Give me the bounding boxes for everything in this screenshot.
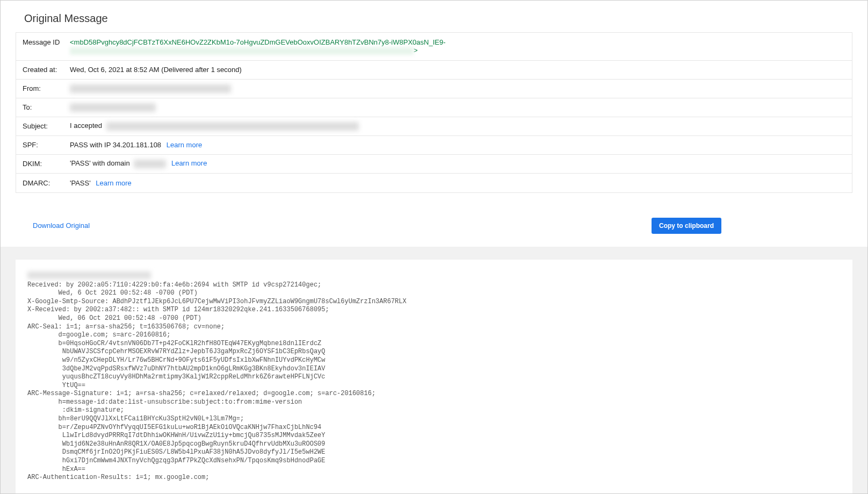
dkim-learn-more-link[interactable]: Learn more [171,159,207,167]
spf-row: SPF: PASS with IP 34.201.181.108 Learn m… [16,136,852,155]
to-label: To: [23,103,70,111]
spf-value: PASS with IP 34.201.181.108 Learn more [70,141,845,149]
dmarc-row: DMARC: 'PASS' Learn more [16,174,852,192]
dmarc-label: DMARC: [23,179,70,187]
dkim-row: DKIM: 'PASS' with domain Learn more [16,155,852,174]
to-row: To: [16,98,852,117]
created-at-row: Created at: Wed, Oct 6, 2021 at 8:52 AM … [16,61,852,80]
raw-headers-box: Received: by 2002:a05:7110:4229:b0:fa:4e… [16,260,852,494]
dmarc-value: 'PASS' Learn more [70,179,845,187]
from-row: From: [16,80,852,98]
raw-headers-text: Received: by 2002:a05:7110:4229:b0:fa:4e… [27,281,407,482]
subject-label: Subject: [23,122,70,130]
action-bar: Download Original Copy to clipboard [1,212,867,247]
raw-headers-section: Received: by 2002:a05:7110:4229:b0:fa:4e… [1,247,867,494]
message-id-row: Message ID <mbD58Pvghcy8dCjFCBTzT6XxNE6H… [16,33,852,61]
dkim-label: DKIM: [23,160,70,168]
download-original-link[interactable]: Download Original [33,221,90,230]
message-id-label: Message ID [23,38,70,46]
subject-row: Subject: I accepted [16,117,852,136]
message-info-table: Message ID <mbD58Pvghcy8dCjFCBTzT6XxNE6H… [16,32,852,193]
from-value [70,84,845,93]
spf-learn-more-link[interactable]: Learn more [167,141,202,149]
subject-value: I accepted [70,121,845,131]
spf-label: SPF: [23,141,70,149]
dkim-value: 'PASS' with domain Learn more [70,159,845,168]
page-title: Original Message [24,12,844,25]
message-id-value: <mbD58Pvghcy8dCjFCBTzT6XxNE6HOvZ2ZKbM1o-… [70,38,845,55]
created-at-label: Created at: [23,66,70,74]
to-value [70,103,845,112]
created-at-value: Wed, Oct 6, 2021 at 8:52 AM (Delivered a… [70,66,845,74]
from-label: From: [23,84,70,92]
dmarc-learn-more-link[interactable]: Learn more [96,179,131,187]
copy-to-clipboard-button[interactable]: Copy to clipboard [652,218,721,234]
